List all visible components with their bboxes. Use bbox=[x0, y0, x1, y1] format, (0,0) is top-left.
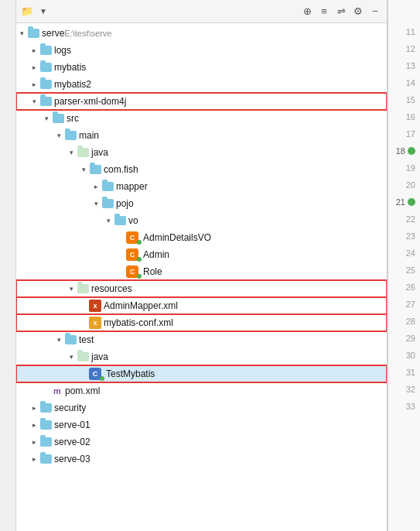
tree-item-java[interactable]: java bbox=[16, 144, 387, 161]
tree-item-parser-xml-dom4j[interactable]: parser-xml-dom4j bbox=[16, 93, 387, 110]
collapse-arrow bbox=[29, 454, 39, 464]
tree-item-AdminDetailsVO[interactable]: C↑AdminDetailsVO bbox=[16, 229, 387, 246]
line-num-20: 20 bbox=[388, 176, 420, 194]
expand-arrow bbox=[41, 113, 52, 124]
item-label: logs bbox=[54, 45, 71, 56]
folder-icon bbox=[39, 96, 52, 107]
line-num-31: 31 bbox=[388, 364, 420, 381]
resources-folder-icon bbox=[77, 283, 89, 294]
folder-icon bbox=[39, 437, 52, 447]
line-number-text: 28 bbox=[406, 317, 415, 326]
toolbar: 📁 ▼ ⊕ ≡ ⇌ ⚙ − bbox=[16, 0, 387, 23]
item-label: src bbox=[67, 113, 79, 124]
tree-item-serve-02[interactable]: serve-02 bbox=[16, 433, 387, 450]
folder-icon bbox=[114, 215, 126, 226]
collapse-icon[interactable]: ≡ bbox=[317, 5, 331, 19]
tree-item-test[interactable]: test bbox=[16, 331, 387, 348]
line-num-27: 27 bbox=[388, 296, 420, 313]
tree-item-Role[interactable]: C↑Role bbox=[16, 263, 387, 280]
folder-icon bbox=[101, 198, 114, 209]
tree-item-vo[interactable]: vo bbox=[16, 212, 387, 229]
line-number-text: 20 bbox=[406, 180, 415, 190]
folder-icon bbox=[39, 79, 52, 90]
line-num-33: 33 bbox=[388, 398, 420, 415]
tree-item-Admin[interactable]: C↑Admin bbox=[16, 246, 387, 263]
item-label: serve-02 bbox=[54, 437, 90, 447]
toolbar-icons: ⊕ ≡ ⇌ ⚙ − bbox=[300, 5, 382, 19]
tree-item-pom.xml[interactable]: mpom.xml bbox=[16, 382, 387, 399]
item-sublabel: E:\test\serve bbox=[64, 29, 111, 38]
item-label: java bbox=[91, 147, 108, 158]
line-number-text: 19 bbox=[406, 163, 415, 173]
line-number-text: 17 bbox=[406, 129, 415, 139]
folder-icon bbox=[64, 334, 77, 345]
tree-item-serve-01[interactable]: serve-01 bbox=[16, 416, 387, 433]
expand-arrow bbox=[16, 28, 27, 39]
tree-item-mybatis2[interactable]: mybatis2 bbox=[16, 76, 387, 93]
tree-item-mapper[interactable]: mapper bbox=[16, 178, 387, 195]
tree-item-mybatis[interactable]: mybatis bbox=[16, 59, 387, 76]
collapse-arrow bbox=[29, 437, 39, 447]
item-label: vo bbox=[128, 215, 138, 226]
expand-arrow bbox=[53, 334, 64, 345]
expand-arrow bbox=[66, 147, 77, 158]
minimize-icon[interactable]: − bbox=[368, 5, 382, 19]
item-label: main bbox=[79, 130, 99, 141]
settings-icon[interactable]: ⚙ bbox=[351, 5, 365, 19]
item-label: AdminMapper.xml bbox=[104, 300, 178, 311]
collapse-arrow bbox=[29, 79, 39, 90]
tree-item-pojo[interactable]: pojo bbox=[16, 195, 387, 212]
line-number-text: 15 bbox=[406, 95, 415, 104]
item-label: mybatis bbox=[54, 62, 86, 73]
tree-item-logs[interactable]: logs bbox=[16, 42, 387, 59]
green-indicator-icon bbox=[408, 147, 415, 155]
line-num-11: 11 bbox=[388, 23, 420, 40]
line-num-18: 18 bbox=[388, 142, 420, 159]
folder-icon bbox=[39, 62, 52, 73]
locate-icon[interactable]: ⊕ bbox=[300, 5, 314, 19]
line-num-30: 30 bbox=[388, 347, 420, 364]
tree-item-security[interactable]: security bbox=[16, 399, 387, 416]
tree-item-AdminMapper.xml[interactable]: xAdminMapper.xml bbox=[16, 297, 387, 314]
item-label: mybatis-conf.xml bbox=[104, 317, 173, 328]
tree-item-TestMybatis[interactable]: C↑TestMybatis bbox=[16, 365, 387, 382]
line-num-26: 26 bbox=[388, 279, 420, 296]
tree-item-mybatis-conf.xml[interactable]: xmybatis-conf.xml bbox=[16, 314, 387, 331]
tree-item-main[interactable]: main bbox=[16, 127, 387, 144]
folder-icon bbox=[39, 45, 52, 56]
tree-item-resources[interactable]: resources bbox=[16, 280, 387, 297]
expand-icon[interactable]: ⇌ bbox=[334, 5, 348, 19]
tree-item-java-test[interactable]: java bbox=[16, 348, 387, 365]
line-num-32: 32 bbox=[388, 381, 420, 398]
tree-item-serve[interactable]: serve E:\test\serve bbox=[16, 25, 387, 42]
line-number-text: 14 bbox=[406, 78, 415, 87]
line-numbers-panel: 1112131415161718192021222324252627282930… bbox=[388, 0, 420, 531]
folder-icon bbox=[39, 454, 52, 464]
line-number-text: 31 bbox=[406, 368, 415, 377]
line-num-24: 24 bbox=[388, 245, 420, 262]
java-class-icon: C↑ bbox=[126, 248, 141, 261]
tree-item-com.fish[interactable]: com.fish bbox=[16, 161, 387, 178]
collapse-arrow bbox=[29, 403, 39, 413]
item-label: resources bbox=[91, 283, 132, 294]
tree-item-src[interactable]: src bbox=[16, 110, 387, 127]
line-num-16: 16 bbox=[388, 108, 420, 125]
line-num-25: 25 bbox=[388, 262, 420, 279]
line-number-text: 22 bbox=[406, 214, 415, 224]
pom-icon: m bbox=[52, 385, 63, 396]
tree-item-serve-03[interactable]: serve-03 bbox=[16, 450, 387, 468]
line-num-23: 23 bbox=[388, 228, 420, 245]
tree-area: serve E:\test\servelogsmybatismybatis2pa… bbox=[16, 23, 387, 531]
line-num-28: 28 bbox=[388, 313, 420, 330]
expand-arrow bbox=[53, 130, 64, 141]
toolbar-title[interactable]: 📁 ▼ bbox=[21, 5, 47, 17]
line-num-19: 19 bbox=[388, 159, 420, 176]
item-label: Admin bbox=[143, 249, 169, 260]
xml-mybatis-icon: x bbox=[89, 317, 101, 329]
item-label: test bbox=[79, 334, 94, 345]
toolbar-dropdown-arrow[interactable]: ▼ bbox=[39, 7, 47, 15]
line-number-text: 26 bbox=[406, 283, 415, 292]
item-label: TestMybatis bbox=[106, 368, 155, 379]
side-tab[interactable] bbox=[0, 0, 16, 531]
line-num-14: 14 bbox=[388, 74, 420, 91]
